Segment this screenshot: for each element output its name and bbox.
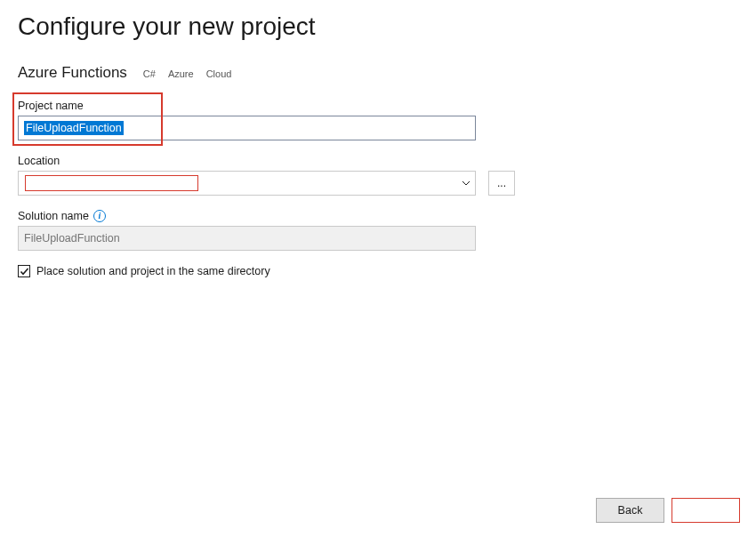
project-type-row: Azure Functions C# Azure Cloud <box>18 64 738 82</box>
browse-button[interactable]: ... <box>488 171 515 196</box>
location-label: Location <box>18 155 738 167</box>
location-combo[interactable] <box>18 171 476 196</box>
project-type-label: Azure Functions <box>18 64 127 82</box>
project-name-group: Project name FileUploadFunction <box>18 100 738 140</box>
project-tags: C# Azure Cloud <box>143 68 232 79</box>
project-name-input[interactable] <box>18 116 476 140</box>
solution-name-label-text: Solution name <box>18 210 89 222</box>
back-button[interactable]: Back <box>596 498 664 523</box>
location-redaction <box>25 175 198 191</box>
location-group: Location ... <box>18 155 738 196</box>
tag-azure: Azure <box>168 68 194 79</box>
tag-cloud: Cloud <box>206 68 232 79</box>
same-directory-label: Place solution and project in the same d… <box>36 265 270 277</box>
next-button-highlight[interactable] <box>672 498 740 523</box>
project-name-label: Project name <box>18 100 738 112</box>
same-directory-row[interactable]: Place solution and project in the same d… <box>18 265 738 277</box>
solution-name-label: Solution name i <box>18 210 738 222</box>
info-icon[interactable]: i <box>93 210 106 222</box>
page-title: Configure your new project <box>18 12 738 41</box>
dropdown-arrow-icon <box>462 181 470 186</box>
footer-buttons: Back <box>596 498 740 523</box>
tag-csharp: C# <box>143 68 156 79</box>
solution-name-input <box>18 226 476 251</box>
solution-name-group: Solution name i <box>18 210 738 251</box>
same-directory-checkbox[interactable] <box>18 265 30 277</box>
